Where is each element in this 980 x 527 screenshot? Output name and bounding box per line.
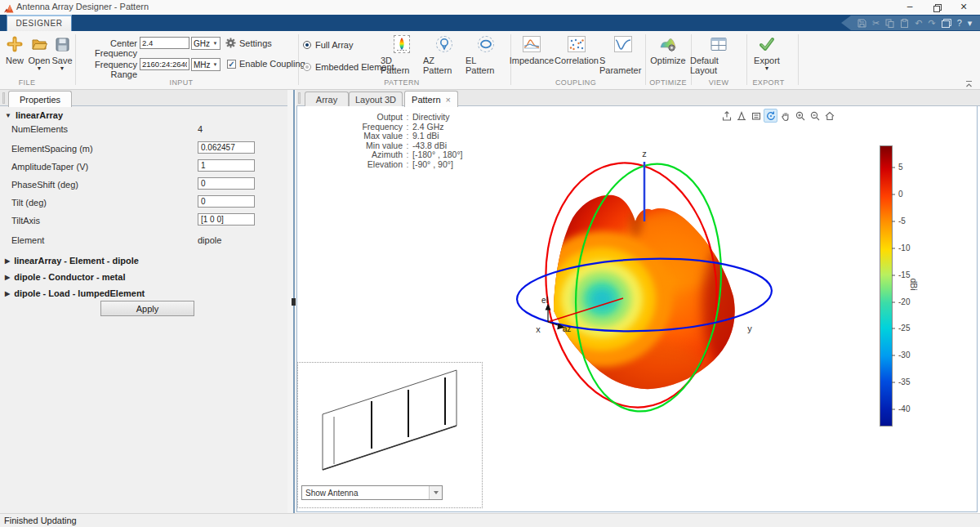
rotate-3d-icon[interactable] — [764, 109, 777, 123]
document-tabstrip: Properties Array Layout 3D Pattern × — [0, 90, 980, 106]
panel-grip — [2, 92, 5, 104]
ribbon-tabstrip: DESIGNER ✂ ↶ ↷ ? ▾ — [0, 15, 980, 31]
frequency-range-input[interactable] — [140, 58, 189, 70]
zoom-out-icon[interactable] — [808, 109, 822, 123]
export-button[interactable]: Export ▼ — [747, 34, 786, 71]
show-antenna-select[interactable]: Show Antenna — [301, 485, 443, 500]
tab-layout-3d[interactable]: Layout 3D — [349, 92, 403, 106]
full-array-radio[interactable]: Full Array — [303, 40, 353, 50]
info-separator: : — [403, 132, 412, 141]
window-title: Antenna Array Designer - Pattern — [16, 2, 149, 11]
property-label: Element — [11, 235, 44, 245]
info-value: 9.1 dBi — [412, 132, 439, 141]
save-label: Save — [51, 56, 72, 65]
colorbar-tick: -25 — [898, 324, 910, 333]
input-group-label: INPUT — [170, 78, 194, 87]
checkbox-icon: ✓ — [227, 60, 236, 69]
conductor-metal-section-header[interactable]: ▶ dipole - Conductor - metal — [5, 272, 125, 282]
el-pattern-button[interactable]: EL Pattern — [466, 34, 506, 75]
chevron-down-icon: ▼ — [211, 41, 220, 46]
linear-array-header-label: linearArray — [16, 110, 63, 120]
gear-icon — [225, 38, 236, 48]
tab-array[interactable]: Array — [305, 92, 349, 106]
center-frequency-input[interactable] — [140, 37, 189, 49]
settings-button[interactable]: Settings — [225, 38, 272, 48]
ribbon: New Open ▼ Save ▼ FILE Center Frequency … — [0, 31, 980, 90]
pattern-info-row: Elevation:[-90° , 90°] — [334, 160, 463, 170]
pattern-info-row: Max value:9.1 dBi — [334, 132, 463, 141]
save-button[interactable]: Save ▼ — [50, 34, 74, 71]
cut-icon[interactable]: ✂ — [872, 19, 880, 28]
az-label: az — [563, 324, 572, 333]
copy-icon[interactable] — [885, 19, 894, 28]
tilt-input[interactable] — [198, 195, 255, 208]
linear-array-section-header[interactable]: ▼ linearArray — [5, 110, 63, 120]
az-pattern-button[interactable]: AZ Pattern — [423, 34, 466, 75]
pattern-info-row: Output:Directivity — [334, 113, 463, 123]
info-label: Max value — [334, 132, 403, 141]
tab-properties[interactable]: Properties — [8, 91, 72, 107]
paste-icon[interactable] — [900, 19, 909, 28]
element-spacing-input[interactable] — [198, 141, 255, 154]
pattern-3d-label: 3D Pattern — [381, 56, 423, 75]
center-frequency-unit-select[interactable]: GHz ▼ — [191, 37, 220, 50]
help-icon[interactable]: ? — [957, 19, 962, 28]
chevron-down-icon[interactable] — [429, 486, 442, 499]
frequency-range-unit-select[interactable]: MHz ▼ — [191, 58, 220, 71]
minimize-button[interactable]: – — [897, 0, 923, 15]
datatip-icon[interactable] — [734, 109, 748, 123]
section-expanded-icon: ▼ — [5, 112, 11, 119]
radiation-pattern-3d-plot[interactable]: z x y el az — [491, 137, 809, 441]
panel-splitter[interactable] — [287, 90, 296, 513]
pattern-3d-button[interactable]: 3D Pattern — [381, 34, 423, 75]
property-value: dipole — [198, 235, 221, 245]
s-parameter-label: S Parameter — [599, 56, 647, 75]
s-parameter-button[interactable]: S Parameter — [599, 34, 647, 75]
colorbar-tick: 0 — [898, 190, 903, 199]
load-lumped-section-header[interactable]: ▶ dipole - Load - lumpedElement — [5, 288, 145, 298]
export-dropdown-caret[interactable]: ▼ — [764, 66, 770, 71]
radio-unselected-icon — [303, 63, 311, 71]
property-label: ElementSpacing (m) — [11, 144, 93, 154]
splitter-handle[interactable] — [292, 298, 296, 306]
undo-icon[interactable]: ↶ — [915, 19, 922, 28]
export-icon[interactable] — [719, 109, 733, 123]
info-separator: : — [403, 160, 412, 170]
restore-button[interactable] — [924, 0, 951, 15]
save-icon[interactable] — [858, 19, 866, 28]
element-dipole-section-header[interactable]: ▶ linearArray - Element - dipole — [5, 256, 139, 266]
impedance-label: Impedance — [510, 56, 554, 65]
tilt-axis-input[interactable] — [198, 213, 255, 226]
tab-designer[interactable]: DESIGNER — [7, 15, 72, 31]
save-dropdown-caret[interactable]: ▼ — [60, 66, 65, 71]
enable-coupling-checkbox[interactable]: ✓ Enable Coupling — [227, 59, 305, 69]
info-value: [-180° , 180°] — [412, 150, 463, 160]
section-collapsed-icon: ▶ — [5, 257, 10, 265]
window-layout-icon[interactable] — [942, 19, 951, 28]
amplitude-taper-input[interactable] — [198, 159, 255, 172]
az-pattern-label: AZ Pattern — [423, 56, 466, 75]
new-button[interactable]: New — [3, 34, 26, 65]
close-tab-icon[interactable]: × — [446, 96, 451, 104]
group-separator — [798, 34, 799, 85]
tab-pattern[interactable]: Pattern × — [404, 91, 458, 107]
close-button[interactable]: × — [951, 0, 977, 15]
pan-icon[interactable] — [778, 109, 792, 123]
pattern-group-label: PATTERN — [384, 78, 419, 87]
toolbar-options-icon[interactable]: ▾ — [968, 19, 973, 28]
zoom-in-icon[interactable] — [793, 109, 807, 123]
open-button[interactable]: Open ▼ — [27, 34, 51, 71]
apply-button[interactable]: Apply — [100, 301, 194, 316]
correlation-button[interactable]: Correlation — [554, 34, 599, 65]
optimize-button[interactable]: Optimize — [646, 34, 690, 65]
default-layout-label: Default Layout — [690, 56, 747, 75]
restore-view-icon[interactable] — [822, 109, 836, 123]
impedance-button[interactable]: Impedance — [509, 34, 555, 65]
open-dropdown-caret[interactable]: ▼ — [37, 66, 42, 71]
legend-icon[interactable] — [749, 109, 763, 123]
info-separator: : — [403, 113, 412, 123]
redo-icon[interactable]: ↷ — [928, 19, 935, 28]
colorbar-tick: 5 — [898, 163, 903, 172]
default-layout-button[interactable]: Default Layout — [690, 34, 747, 75]
phase-shift-input[interactable] — [198, 177, 255, 190]
